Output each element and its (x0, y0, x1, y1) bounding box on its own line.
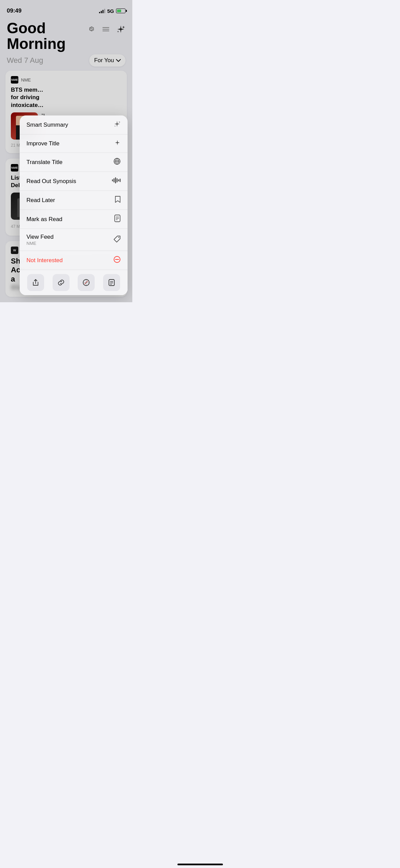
svg-rect-9 (118, 179, 119, 181)
doc-read-icon (114, 215, 121, 224)
improve-title-icon (114, 139, 121, 148)
save-reading-list-button[interactable] (103, 274, 120, 291)
svg-rect-10 (120, 179, 121, 182)
minus-circle-icon (113, 256, 121, 265)
share-button[interactable] (27, 274, 44, 291)
menu-label-not-interested: Not Interested (26, 257, 63, 264)
svg-rect-7 (115, 177, 116, 183)
menu-item-smart-summary[interactable]: Smart Summary (20, 115, 128, 134)
bookmark-icon (115, 196, 121, 205)
menu-label-view-feed: View Feed (26, 234, 54, 240)
svg-rect-5 (112, 179, 113, 181)
menu-item-improve-title[interactable]: Improve Title (20, 134, 128, 153)
tag-icon (113, 235, 121, 245)
svg-rect-6 (114, 178, 115, 182)
safari-button[interactable] (78, 274, 95, 291)
menu-actions-row (20, 270, 128, 295)
menu-item-mark-as-read[interactable]: Mark as Read (20, 210, 128, 229)
svg-point-15 (118, 237, 119, 238)
menu-sublabel-view-feed: NME (26, 241, 54, 246)
menu-label-translate-title: Translate Title (26, 159, 62, 166)
menu-item-read-out-synopsis[interactable]: Read Out Synopsis (20, 172, 128, 191)
menu-label-read-out-synopsis: Read Out Synopsis (26, 178, 76, 185)
menu-item-read-later[interactable]: Read Later (20, 191, 128, 210)
menu-label-smart-summary: Smart Summary (26, 122, 68, 128)
menu-label-read-later: Read Later (26, 197, 55, 204)
menu-label-improve-title: Improve Title (26, 140, 59, 147)
svg-rect-22 (109, 279, 114, 286)
context-menu: Smart Summary Improve Title Translate Ti… (20, 115, 128, 295)
smart-summary-icon (113, 120, 121, 129)
svg-rect-8 (117, 178, 118, 182)
menu-label-mark-as-read: Mark as Read (26, 216, 62, 223)
globe-icon (113, 158, 121, 167)
menu-label-view-feed-group: View Feed NME (26, 234, 54, 246)
menu-item-translate-title[interactable]: Translate Title (20, 153, 128, 172)
menu-item-not-interested[interactable]: Not Interested (20, 251, 128, 270)
menu-item-view-feed[interactable]: View Feed NME (20, 229, 128, 251)
waveform-icon (112, 177, 121, 186)
copy-link-button[interactable] (53, 274, 70, 291)
